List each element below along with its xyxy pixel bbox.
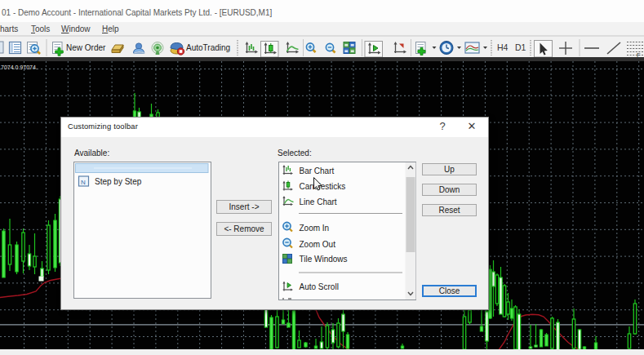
svg-text:Zoom In: Zoom In (300, 224, 330, 233)
svg-text:N: N (81, 179, 86, 186)
svg-text:Candlesticks: Candlesticks (300, 182, 346, 191)
svg-text:New Order: New Order (66, 43, 106, 52)
svg-text:Tile Windows: Tile Windows (300, 255, 348, 264)
svg-text:AutoTrading: AutoTrading (186, 43, 230, 52)
svg-text:D1: D1 (515, 42, 526, 52)
svg-text:Bar Chart: Bar Chart (300, 166, 335, 175)
svg-text:Auto Scroll: Auto Scroll (300, 282, 339, 291)
svg-text:7074.0.97074.: 7074.0.97074. (1, 64, 38, 70)
svg-text:F: F (637, 51, 641, 57)
svg-text:H4: H4 (497, 42, 509, 52)
svg-text:Line Chart: Line Chart (300, 197, 337, 206)
svg-text:Zoom Out: Zoom Out (300, 240, 336, 249)
svg-text:Step by Step: Step by Step (95, 177, 142, 186)
